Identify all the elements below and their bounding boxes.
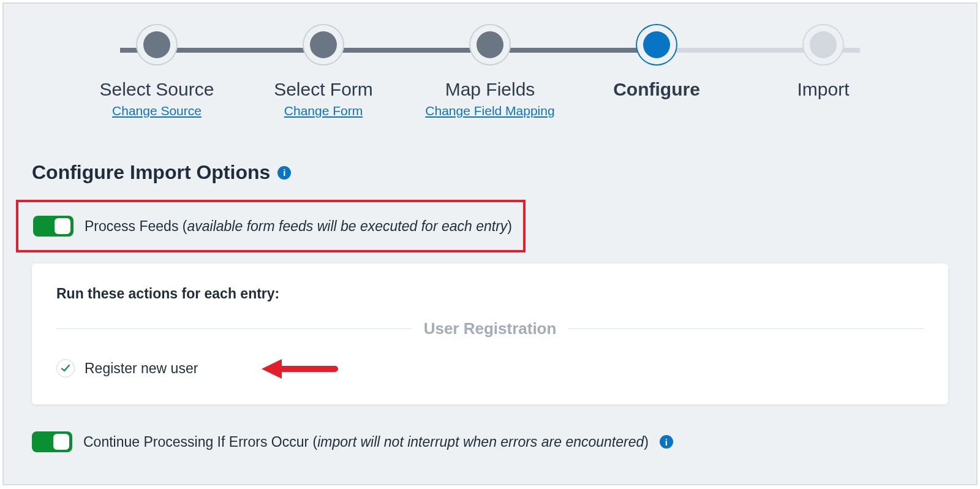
step-dot-icon <box>810 31 837 58</box>
action-check-toggle[interactable] <box>56 359 75 377</box>
group-divider: User Registration <box>56 319 924 338</box>
step-import: Import <box>744 31 903 104</box>
step-select-form: Select Form Change Form <box>244 31 403 118</box>
divider-line <box>56 328 412 329</box>
section-heading: Configure Import Options i <box>4 118 976 184</box>
change-source-link[interactable]: Change Source <box>112 104 202 118</box>
step-title: Select Form <box>274 79 373 100</box>
panel-title: Run these actions for each entry: <box>56 286 924 302</box>
action-row: Register new user <box>56 359 924 377</box>
toggle-knob-icon <box>53 434 69 450</box>
continue-on-error-row: Continue Processing If Errors Occur (imp… <box>4 404 976 452</box>
step-title: Import <box>797 79 849 100</box>
stepper: Select Source Change Source Select Form … <box>4 4 976 118</box>
step-dot-icon <box>143 31 170 58</box>
section-heading-text: Configure Import Options <box>32 161 270 184</box>
label-prefix: Continue Processing If Errors Occur ( <box>83 434 317 450</box>
step-configure: Configure <box>577 31 736 104</box>
info-icon[interactable]: i <box>277 166 291 180</box>
process-feeds-label: Process Feeds (available form feeds will… <box>85 218 512 235</box>
continue-on-error-label: Continue Processing If Errors Occur (imp… <box>83 434 649 450</box>
annotation-arrow-icon <box>258 357 338 381</box>
divider-line <box>568 328 924 329</box>
step-dot-icon <box>310 31 337 58</box>
label-suffix: ) <box>507 218 512 234</box>
change-field-mapping-link[interactable]: Change Field Mapping <box>425 104 554 118</box>
group-label: User Registration <box>424 319 557 338</box>
change-form-link[interactable]: Change Form <box>284 104 363 118</box>
actions-panel: Run these actions for each entry: User R… <box>32 263 948 404</box>
step-title: Configure <box>613 79 700 100</box>
label-suffix: ) <box>644 434 649 450</box>
step-select-source: Select Source Change Source <box>77 31 236 118</box>
process-feeds-highlight: Process Feeds (available form feeds will… <box>16 200 526 252</box>
action-label: Register new user <box>85 360 198 377</box>
step-dot-icon <box>643 31 670 58</box>
page-frame: Select Source Change Source Select Form … <box>2 2 978 485</box>
label-italic: import will not interrupt when errors ar… <box>317 434 644 450</box>
step-title: Map Fields <box>445 79 535 100</box>
label-prefix: Process Feeds ( <box>85 218 187 234</box>
check-icon <box>61 363 70 373</box>
process-feeds-toggle[interactable] <box>33 216 74 237</box>
toggle-knob-icon <box>55 218 70 234</box>
step-dot-icon <box>477 31 503 58</box>
step-title: Select Source <box>100 79 214 100</box>
info-icon[interactable]: i <box>660 435 673 449</box>
continue-on-error-toggle[interactable] <box>32 431 72 452</box>
process-feeds-row: Process Feeds (available form feeds will… <box>33 216 512 237</box>
label-italic: available form feeds will be executed fo… <box>187 218 507 234</box>
step-map-fields: Map Fields Change Field Mapping <box>410 31 570 118</box>
